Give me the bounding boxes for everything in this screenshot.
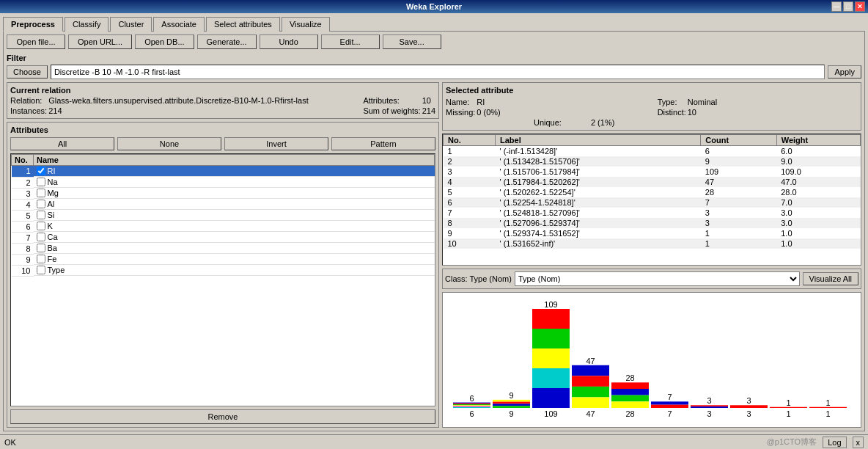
table-row[interactable]: 2 Na bbox=[12, 177, 435, 188]
attr-buttons: All None Invert Pattern bbox=[10, 137, 435, 150]
table-row[interactable]: 5 Si bbox=[12, 210, 435, 221]
chart-area: 6699109109474728287733331111 bbox=[442, 292, 861, 428]
table-row[interactable]: 1 RI bbox=[12, 166, 435, 178]
selected-attr-title: Selected attribute bbox=[446, 86, 858, 95]
table-row[interactable]: 6 K bbox=[12, 221, 435, 232]
attr-name: Na bbox=[48, 178, 58, 186]
attr-checkbox[interactable] bbox=[37, 222, 45, 230]
class-select[interactable]: Type (Nom) bbox=[515, 271, 800, 286]
svg-text:28: 28 bbox=[625, 409, 634, 418]
edit-button[interactable]: Edit... bbox=[321, 34, 380, 49]
svg-rect-27 bbox=[611, 382, 649, 389]
x-button[interactable]: x bbox=[853, 437, 864, 448]
close-button[interactable]: ✕ bbox=[855, 1, 865, 12]
tab-cluster[interactable]: Cluster bbox=[110, 17, 152, 32]
attributes-label: Attributes: bbox=[348, 96, 420, 105]
tab-select-attributes[interactable]: Select attributes bbox=[206, 17, 280, 32]
svg-rect-41 bbox=[730, 405, 768, 408]
attr-table[interactable]: No. Name 1 RI 2 Na 3 Mg 4 bbox=[10, 153, 435, 406]
list-item[interactable]: 2 ' (1.513428-1.515706]' 9 9.0 bbox=[444, 156, 861, 167]
minimize-button[interactable]: — bbox=[831, 1, 842, 12]
svg-rect-28 bbox=[611, 389, 649, 395]
open-db-button[interactable]: Open DB... bbox=[135, 34, 194, 49]
attr-no: 9 bbox=[12, 254, 34, 265]
undo-button[interactable]: Undo bbox=[260, 34, 318, 49]
list-item[interactable]: 1 ' (-inf-1.513428]' 6 6.0 bbox=[444, 146, 861, 157]
svg-text:109: 109 bbox=[544, 409, 557, 418]
attr-no: 5 bbox=[12, 210, 34, 221]
table-row[interactable]: 8 Ba bbox=[12, 243, 435, 254]
maximize-button[interactable]: □ bbox=[843, 1, 853, 12]
unique-label: Unique: bbox=[534, 118, 562, 127]
svg-rect-30 bbox=[611, 401, 649, 408]
missing-value: 0 (0%) bbox=[477, 108, 500, 117]
generate-button[interactable]: Generate... bbox=[197, 34, 257, 49]
class-label: Class: Type (Nom) bbox=[445, 274, 512, 283]
table-row[interactable]: 7 Ca bbox=[12, 232, 435, 243]
attr-checkbox[interactable] bbox=[37, 244, 45, 252]
list-item[interactable]: 10 ' (1.531652-inf)' 1 1.0 bbox=[444, 238, 861, 249]
table-row[interactable]: 3 Mg bbox=[12, 188, 435, 199]
svg-text:9: 9 bbox=[509, 391, 513, 400]
tab-classify[interactable]: Classify bbox=[65, 17, 109, 32]
attributes-title: Attributes bbox=[10, 125, 435, 134]
stat-table[interactable]: No. Label Count Weight 1 ' (-inf-1.51342… bbox=[442, 134, 861, 266]
svg-rect-17 bbox=[532, 368, 570, 388]
svg-text:3: 3 bbox=[707, 409, 711, 418]
remove-button[interactable]: Remove bbox=[10, 409, 435, 424]
log-button[interactable]: Log bbox=[823, 437, 846, 448]
open-file-button[interactable]: Open file... bbox=[7, 34, 65, 49]
attr-checkbox[interactable] bbox=[37, 266, 45, 274]
none-button[interactable]: None bbox=[117, 137, 221, 150]
attr-checkbox[interactable] bbox=[37, 167, 45, 175]
attr-no: 4 bbox=[12, 199, 34, 210]
tab-visualize[interactable]: Visualize bbox=[282, 17, 330, 32]
content-area: Open file... Open URL... Open DB... Gene… bbox=[3, 31, 865, 431]
pattern-button[interactable]: Pattern bbox=[331, 137, 435, 150]
svg-rect-9 bbox=[493, 402, 530, 404]
tab-associate[interactable]: Associate bbox=[153, 17, 205, 32]
attr-checkbox[interactable] bbox=[37, 211, 45, 219]
open-url-button[interactable]: Open URL... bbox=[68, 34, 132, 49]
type-label: Type: bbox=[658, 98, 686, 106]
attr-checkbox[interactable] bbox=[37, 233, 45, 241]
watermark: @p1CTO博客 bbox=[767, 437, 817, 448]
table-row[interactable]: 10 Type bbox=[12, 265, 435, 276]
list-item[interactable]: 8 ' (1.527096-1.529374]' 3 3.0 bbox=[444, 218, 861, 228]
attr-checkbox[interactable] bbox=[37, 189, 45, 197]
svg-text:6: 6 bbox=[469, 409, 474, 418]
list-item[interactable]: 4 ' (1.517984-1.520262]' 47 47.0 bbox=[444, 177, 861, 187]
col-name: Name bbox=[34, 155, 435, 166]
table-row[interactable]: 4 Al bbox=[12, 199, 435, 210]
list-item[interactable]: 6 ' (1.52254-1.524818]' 7 7.0 bbox=[444, 197, 861, 208]
list-item[interactable]: 7 ' (1.524818-1.527096]' 3 3.0 bbox=[444, 208, 861, 218]
attr-name: K bbox=[48, 222, 53, 230]
svg-rect-18 bbox=[532, 388, 570, 408]
tab-preprocess[interactable]: Preprocess bbox=[3, 17, 63, 32]
list-item[interactable]: 3 ' (1.515706-1.517984]' 109 109.0 bbox=[444, 167, 861, 177]
visualize-all-button[interactable]: Visualize All bbox=[803, 272, 859, 285]
attr-checkbox[interactable] bbox=[37, 255, 45, 263]
attr-checkbox[interactable] bbox=[37, 178, 45, 186]
attr-name: RI bbox=[48, 167, 56, 175]
apply-button[interactable]: Apply bbox=[828, 65, 861, 79]
toolbar: Open file... Open URL... Open DB... Gene… bbox=[7, 34, 861, 49]
list-item[interactable]: 9 ' (1.529374-1.531652]' 1 1.0 bbox=[444, 228, 861, 238]
attr-name: Ba bbox=[48, 244, 57, 252]
attr-checkbox[interactable] bbox=[37, 200, 45, 208]
remove-section: Remove bbox=[10, 409, 435, 424]
choose-button[interactable]: Choose bbox=[7, 65, 48, 79]
save-button[interactable]: Save... bbox=[383, 34, 441, 49]
name-label: Name: bbox=[446, 98, 475, 106]
invert-button[interactable]: Invert bbox=[224, 137, 328, 150]
distinct-label: Distinct: bbox=[658, 108, 686, 117]
list-item[interactable]: 5 ' (1.520262-1.52254]' 28 28.0 bbox=[444, 187, 861, 197]
filter-input[interactable] bbox=[51, 65, 825, 79]
table-row[interactable]: 9 Fe bbox=[12, 254, 435, 265]
svg-rect-14 bbox=[532, 309, 570, 329]
all-button[interactable]: All bbox=[10, 137, 114, 150]
window-controls[interactable]: — □ ✕ bbox=[831, 1, 865, 12]
svg-rect-44 bbox=[770, 407, 807, 408]
svg-text:1: 1 bbox=[825, 398, 830, 407]
relation-value: Glass-weka.filters.unsupervised.attribut… bbox=[48, 96, 347, 105]
